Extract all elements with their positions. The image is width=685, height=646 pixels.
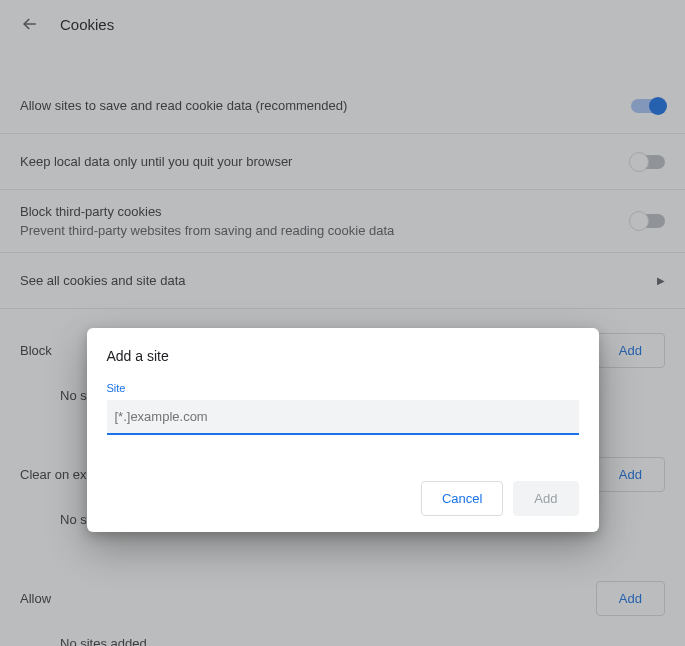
site-field-label: Site xyxy=(107,382,579,394)
dialog-scrim[interactable]: Add a site Site Cancel Add xyxy=(0,0,685,646)
dialog-title: Add a site xyxy=(107,348,579,364)
site-input[interactable] xyxy=(107,400,579,435)
cancel-button[interactable]: Cancel xyxy=(421,481,503,516)
add-button[interactable]: Add xyxy=(513,481,578,516)
dialog-actions: Cancel Add xyxy=(107,481,579,516)
add-site-dialog: Add a site Site Cancel Add xyxy=(87,328,599,532)
